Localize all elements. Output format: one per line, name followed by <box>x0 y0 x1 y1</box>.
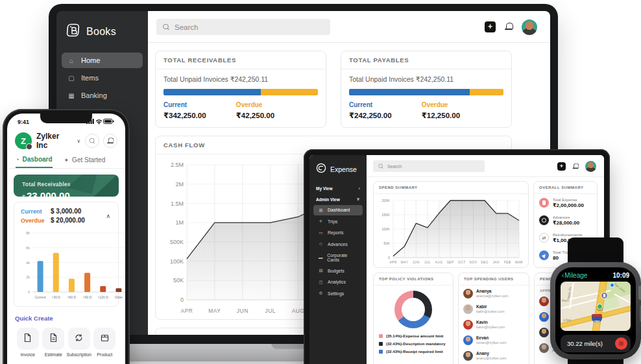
chevron-down-icon: ∨ <box>356 197 360 202</box>
phone-search-button[interactable] <box>85 134 99 148</box>
svg-text:0: 0 <box>180 297 184 303</box>
product-icon <box>100 333 110 345</box>
search-input[interactable]: Search <box>373 160 485 172</box>
my-view-toggle[interactable]: My View › <box>309 182 367 193</box>
books-topbar: Search + <box>148 11 550 43</box>
watch-device: ‹Mileage 10:09 Phelan Av Ave s Ave San J… <box>548 237 641 364</box>
tab-dashboard[interactable]: ◔ Dasboard <box>16 156 53 168</box>
notifications-icon[interactable] <box>505 23 513 31</box>
quick-create-estimate[interactable]: Estimate <box>41 328 67 357</box>
svg-text:FEB: FEB <box>504 261 511 264</box>
svg-text:MAY: MAY <box>401 261 409 264</box>
search-icon <box>163 24 169 30</box>
admin-view-toggle[interactable]: Admin View ∨ <box>309 193 367 204</box>
total-receivables-card: TOTAL RECEIVABLES Total Unpaid Invoices … <box>155 51 326 128</box>
settings-icon: ⚙ <box>318 291 324 296</box>
svg-text:Older: Older <box>115 295 123 299</box>
watch-screen: ‹Mileage 10:09 Phelan Av Ave s Ave San J… <box>555 267 636 354</box>
sidebar-item-analytics[interactable]: ◫ Analytics <box>313 277 363 287</box>
org-name[interactable]: Zylker Inc <box>36 132 72 150</box>
receivables-title: TOTAL RECEIVABLES <box>156 51 326 69</box>
svg-text:100K: 100K <box>170 258 184 265</box>
svg-text:JUN: JUN <box>237 308 248 314</box>
home-icon: ⌂ <box>67 57 75 64</box>
stop-recording-button[interactable] <box>615 337 627 350</box>
list-item[interactable]: Kabir kabir@zylker.com <box>459 301 529 317</box>
chevron-right-icon: › <box>359 186 360 191</box>
quick-create-product[interactable]: Product <box>92 328 118 357</box>
payables-current-segment <box>349 89 470 95</box>
aging-current-value: $ 3,000.00 <box>51 208 81 215</box>
svg-text:0: 0 <box>28 290 30 294</box>
sidebar-item-items[interactable]: ▢ Items <box>62 70 143 86</box>
list-item[interactable]: Ananya ananya@zylker.com <box>459 285 529 301</box>
add-new-button[interactable]: + <box>485 21 496 32</box>
bell-icon <box>107 138 114 144</box>
sidebar-item-reports[interactable]: ▭ Reports <box>313 228 363 238</box>
search-icon <box>379 164 383 169</box>
sidebar-item-settings[interactable]: ⚙ Settings <box>313 288 363 298</box>
quick-create-section: Quick Create Invoice Estimate <box>15 315 117 357</box>
sidebar-item-trips[interactable]: ✈ Trips <box>313 216 363 226</box>
watch-time: 10:09 <box>612 272 629 279</box>
street-label: Ave <box>562 298 568 302</box>
svg-text:Current: Current <box>35 295 46 299</box>
svg-text:>120 D: >120 D <box>98 295 109 299</box>
receivables-subtitle: Total Unpaid Invoices ₹242,250.11 <box>163 75 318 83</box>
dashboard-icon: ▦ <box>318 208 324 213</box>
add-new-button[interactable]: + <box>557 162 566 171</box>
list-item[interactable]: Eevan eevan@zylker.com <box>459 332 529 348</box>
phone-notifications-button[interactable] <box>103 134 117 148</box>
sidebar-item-corporate-cards[interactable]: ▬ Corporate Cards <box>313 250 363 265</box>
banking-icon: ▦ <box>67 92 75 99</box>
receivables-progress-bar <box>163 89 318 95</box>
svg-text:4k: 4k <box>26 261 30 265</box>
mileage-back-nav[interactable]: ‹Mileage <box>562 272 587 279</box>
sidebar-item-home[interactable]: ⌂ Home <box>62 53 143 68</box>
dashboard-icon: ◔ <box>16 156 19 163</box>
svg-text:0: 0 <box>388 256 390 260</box>
list-item[interactable]: Anany anany@zylker.com <box>459 348 529 363</box>
svg-text:APR: APR <box>181 308 193 314</box>
advances-coin-icon <box>539 215 549 225</box>
avatar <box>463 351 473 361</box>
sidebar-item-dashboard[interactable]: ▦ Dashboard <box>313 205 363 215</box>
get-started-icon: ✦ <box>64 157 69 164</box>
sidebar-item-advances[interactable]: ◇ Advances <box>313 239 363 249</box>
subscription-icon <box>74 333 84 345</box>
quick-create-invoice[interactable]: Invoice <box>15 328 41 357</box>
svg-text:JUN: JUN <box>413 261 420 264</box>
collapse-chevron-icon[interactable]: ∧ <box>106 213 110 219</box>
svg-text:2M: 2M <box>175 181 184 188</box>
svg-text:MAY: MAY <box>208 308 221 314</box>
user-avatar[interactable] <box>522 19 537 35</box>
search-input[interactable]: Search <box>156 19 330 35</box>
org-switch-chevron-icon[interactable]: ∨ <box>77 138 80 144</box>
svg-text:>90 D: >90 D <box>83 295 92 299</box>
org-logo[interactable]: Z <box>15 132 32 149</box>
payables-current-label: Current <box>349 101 422 108</box>
svg-text:200K: 200K <box>381 199 390 202</box>
analytics-icon: ◫ <box>318 280 324 285</box>
digital-crown[interactable] <box>638 285 641 300</box>
svg-text:1.5M: 1.5M <box>171 200 184 207</box>
list-item[interactable]: Kavin kavin@zylker.com <box>459 317 529 332</box>
svg-text:150K: 150K <box>381 213 390 217</box>
svg-text:NOV: NOV <box>470 261 478 264</box>
reports-icon: ▭ <box>318 230 324 236</box>
legend-receipt-required: (32.43%)-Receipt required limit <box>374 348 453 356</box>
reimbursements-icon: ⇄ <box>539 233 549 243</box>
mileage-map: Phelan Av Ave s Ave San Jose 280 <box>561 282 631 331</box>
notifications-icon[interactable] <box>573 163 579 169</box>
svg-text:>60 D: >60 D <box>67 295 77 299</box>
user-avatar[interactable] <box>585 161 596 172</box>
sidebar-item-banking[interactable]: ▦ Banking <box>62 88 143 103</box>
payables-subtitle: Total Unpaid Invoices ₹242,250.11 <box>349 75 503 83</box>
quick-create-subscription[interactable]: Subscription <box>66 328 92 357</box>
spend-summary-chart: 050K100K150K200KAPRMAYJUNJULAUGSEPOCTNOV… <box>377 196 524 266</box>
trips-icon: ✈ <box>318 219 324 224</box>
aging-bar-chart: 02k4k6k8kCurrent>30 D>60 D>90 D>120 DOld… <box>21 228 125 301</box>
svg-text:>30 D: >30 D <box>52 295 61 299</box>
tab-get-started[interactable]: ✦ Get Started <box>64 156 106 168</box>
sidebar-item-budgets[interactable]: ▤ Budgets <box>313 265 363 276</box>
